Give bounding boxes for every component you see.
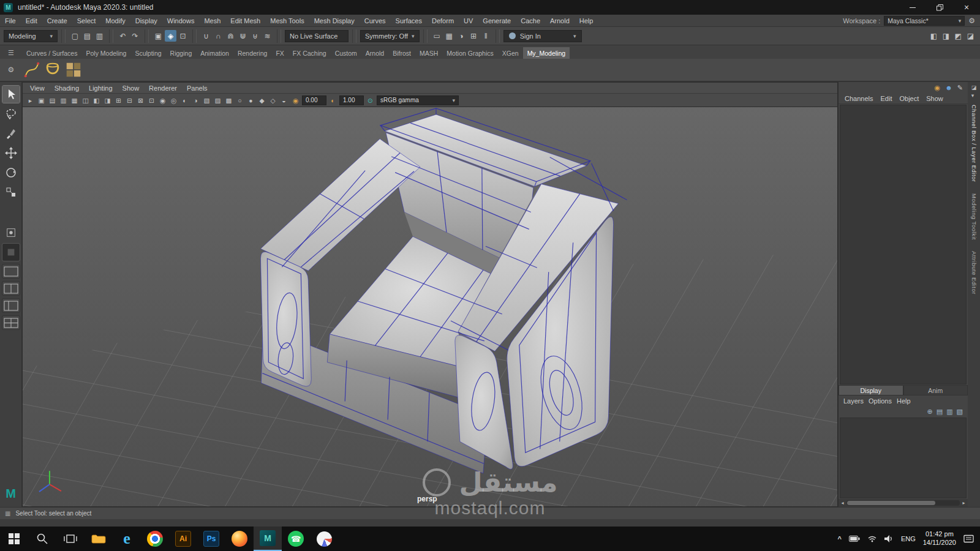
- snap-icon[interactable]: ⋒: [225, 30, 236, 42]
- viewport-toolbar-icon[interactable]: ⊞: [113, 95, 124, 105]
- layer-editor-menu-item[interactable]: Help: [894, 397, 913, 405]
- viewport-toolbar-icon[interactable]: ○: [235, 95, 245, 105]
- panel-strip-icon[interactable]: ▾: [971, 92, 977, 99]
- photoshop-button[interactable]: Ps: [197, 527, 225, 551]
- rotate-tool-button[interactable]: [2, 164, 20, 181]
- viewport-menu-item[interactable]: Show: [118, 84, 145, 92]
- menu-item[interactable]: Select: [72, 17, 101, 24]
- viewport-toolbar-icon[interactable]: ◎: [168, 95, 179, 105]
- paint-select-tool-button[interactable]: [2, 125, 20, 142]
- channel-box-menu-item[interactable]: Edit: [878, 95, 894, 102]
- layer-op-icon[interactable]: ▤: [937, 408, 943, 416]
- viewport-toolbar-icon[interactable]: ◒: [279, 95, 289, 105]
- start-button[interactable]: [0, 527, 28, 551]
- close-button[interactable]: ×: [953, 0, 980, 15]
- layout-two-pane-button[interactable]: [2, 282, 20, 295]
- shelf-tab[interactable]: Rigging: [166, 47, 197, 59]
- shelf-tab[interactable]: FX Caching: [288, 47, 331, 59]
- contrast-icon[interactable]: ◐: [328, 95, 338, 105]
- exposure-icon[interactable]: ◉: [290, 95, 301, 105]
- panel-side-tab[interactable]: Channel Box / Layer Editor: [971, 105, 978, 182]
- edge-button[interactable]: e: [113, 527, 141, 551]
- viewport-toolbar-icon[interactable]: ▦: [69, 95, 80, 105]
- channel-box-menu-item[interactable]: Channels: [842, 95, 875, 102]
- maya-taskbar-button[interactable]: M: [254, 527, 282, 551]
- viewport-toolbar-icon[interactable]: ◧: [91, 95, 102, 105]
- panel-side-tab[interactable]: Attribute Editor: [971, 251, 978, 294]
- undo-redo-icon[interactable]: ↶: [117, 30, 129, 42]
- viewport-menu-item[interactable]: View: [25, 84, 50, 92]
- render-icon[interactable]: ◑: [456, 30, 467, 42]
- channel-box-header-icon[interactable]: ◉: [935, 84, 941, 92]
- chair-model[interactable]: [260, 108, 627, 473]
- render-icon[interactable]: ⊞: [468, 30, 480, 42]
- viewport-toolbar-icon[interactable]: ▩: [224, 95, 234, 105]
- axis-gizmo-icon[interactable]: [39, 471, 61, 492]
- render-icon[interactable]: ▭: [431, 30, 443, 42]
- shelf-tab[interactable]: Curves / Surfaces: [22, 47, 81, 59]
- misc-app-button[interactable]: [310, 527, 338, 551]
- channel-box-body[interactable]: [840, 105, 967, 384]
- task-view-button[interactable]: [56, 527, 85, 551]
- shelf-tab[interactable]: XGen: [498, 47, 523, 59]
- layer-editor-tab[interactable]: Anim: [903, 385, 968, 395]
- menu-item[interactable]: Surfaces: [391, 17, 427, 24]
- move-tool-button[interactable]: [2, 144, 20, 162]
- snap-icon[interactable]: ≋: [262, 30, 273, 42]
- viewport-menu-item[interactable]: Lighting: [84, 84, 118, 92]
- viewport-toolbar-icon[interactable]: ⊠: [135, 95, 146, 105]
- panel-toggle-icon[interactable]: ◨: [940, 30, 952, 42]
- wifi-icon[interactable]: [867, 535, 877, 542]
- channel-box-header-icon[interactable]: ✎: [957, 84, 963, 92]
- panel-toggle-icon[interactable]: ◪: [965, 30, 976, 42]
- viewport-toolbar-icon[interactable]: ▥: [58, 95, 69, 105]
- restore-button[interactable]: [926, 0, 953, 15]
- scroll-left-icon[interactable]: ◂: [839, 500, 846, 506]
- color-management-icon[interactable]: ⊙: [365, 95, 375, 105]
- view-transform-selector[interactable]: sRGB gamma ▾: [377, 96, 459, 105]
- scrollbar-thumb[interactable]: [847, 501, 935, 505]
- shelf-tab[interactable]: Animation: [196, 47, 233, 59]
- panel-strip-icon[interactable]: ◪: [971, 84, 977, 91]
- select-mode-icon[interactable]: ▣: [153, 30, 164, 42]
- viewport-toolbar-icon[interactable]: ◫: [80, 95, 91, 105]
- layer-list[interactable]: [840, 418, 967, 498]
- viewport-canvas[interactable]: persp: [23, 107, 837, 506]
- viewport-toolbar-icon[interactable]: ◆: [257, 95, 267, 105]
- shelf-tab[interactable]: Motion Graphics: [442, 47, 497, 59]
- snap-icon[interactable]: ∩: [213, 30, 224, 42]
- viewport-toolbar-icon[interactable]: ▧: [202, 95, 212, 105]
- layout-four-pane-button[interactable]: [2, 316, 20, 329]
- menu-item[interactable]: Arnold: [545, 17, 575, 24]
- layer-editor-menu-item[interactable]: Layers: [841, 397, 866, 405]
- shelf-tab[interactable]: Custom: [331, 47, 361, 59]
- shelf-tab[interactable]: MASH: [415, 47, 442, 59]
- layer-op-icon[interactable]: ⊕: [927, 408, 933, 416]
- shelf-tab[interactable]: Rendering: [233, 47, 271, 59]
- shelf-tab[interactable]: Bifrost: [388, 47, 415, 59]
- viewport-toolbar-icon[interactable]: ⊡: [146, 95, 157, 105]
- gamma-field[interactable]: 1.00: [339, 96, 364, 105]
- viewport-toolbar-icon[interactable]: ◨: [102, 95, 113, 105]
- tray-expand-icon[interactable]: ^: [837, 535, 841, 542]
- channel-box-menu-item[interactable]: Object: [897, 95, 921, 102]
- minimize-button[interactable]: [899, 0, 926, 15]
- language-indicator[interactable]: ENG: [901, 535, 916, 542]
- curve-tool-shelf-button[interactable]: [22, 60, 42, 80]
- shelf-tab[interactable]: My_Modeling: [523, 47, 570, 59]
- menu-item[interactable]: Mesh Display: [309, 17, 360, 24]
- layout-single-button[interactable]: [2, 264, 20, 278]
- scale-tool-button[interactable]: [2, 184, 20, 201]
- menu-item[interactable]: Mesh Tools: [265, 17, 309, 24]
- menu-item[interactable]: Generate: [478, 17, 516, 24]
- viewport-menu-item[interactable]: Panels: [182, 84, 213, 92]
- menu-item[interactable]: Help: [575, 17, 598, 24]
- viewport-toolbar-icon[interactable]: ◇: [268, 95, 278, 105]
- 3d-scene[interactable]: persp: [23, 107, 837, 506]
- menu-item[interactable]: Mesh: [199, 17, 225, 24]
- layer-op-icon[interactable]: ▥: [946, 408, 952, 416]
- sign-in-button[interactable]: Sign In ▾: [503, 30, 582, 42]
- shelf-tab[interactable]: Poly Modeling: [81, 47, 130, 59]
- action-center-icon[interactable]: [963, 534, 974, 543]
- layer-scrollbar[interactable]: ◂ ▸: [839, 499, 968, 507]
